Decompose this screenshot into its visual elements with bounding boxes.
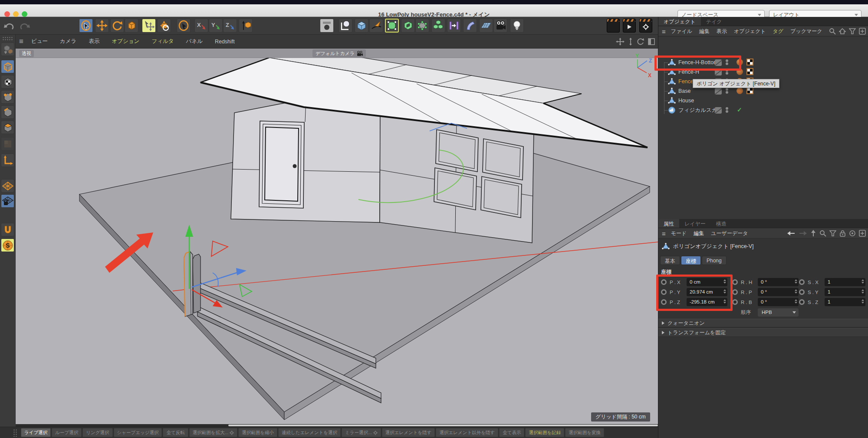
- active-move-tool[interactable]: [142, 19, 156, 33]
- uvw-tag-icon[interactable]: [746, 68, 753, 75]
- menu-view[interactable]: ビュー: [31, 38, 48, 45]
- target-icon[interactable]: [849, 230, 856, 237]
- material-tag-icon[interactable]: [736, 88, 743, 94]
- history-forward-icon[interactable]: [799, 230, 807, 237]
- bar-drag-handle[interactable]: [13, 429, 17, 437]
- axis-modification-tool[interactable]: [157, 19, 171, 33]
- rotate-view-icon[interactable]: [637, 38, 644, 46]
- visibility-dots[interactable]: [726, 87, 728, 95]
- coordinate-system-button[interactable]: [239, 19, 253, 33]
- btn-unhide-all[interactable]: 全て表示: [499, 428, 524, 437]
- polygon-mode-button[interactable]: [1, 121, 14, 134]
- btn-shrink-selection[interactable]: 選択範囲を縮小: [238, 428, 277, 437]
- tab-layers[interactable]: レイヤー: [679, 219, 711, 228]
- lock-icon[interactable]: [839, 230, 846, 237]
- pan-view-icon[interactable]: [616, 38, 625, 46]
- up-arrow-icon[interactable]: [810, 230, 816, 237]
- stepper[interactable]: [861, 299, 864, 304]
- btn-store-selection[interactable]: 選択範囲を記録: [525, 428, 564, 437]
- filter-icon[interactable]: [829, 230, 836, 237]
- tab-structure[interactable]: 構造: [711, 219, 732, 228]
- stepper[interactable]: [795, 289, 797, 294]
- edge-mode-button[interactable]: [1, 105, 14, 119]
- btn-mirror-selection[interactable]: ミラー選択...: [342, 428, 381, 437]
- camera-object-button[interactable]: [493, 19, 507, 33]
- symmetry-generator-button[interactable]: [447, 19, 461, 33]
- sy-input[interactable]: 1: [825, 288, 865, 296]
- workplane-button[interactable]: [1, 179, 14, 193]
- btn-invert-all[interactable]: 全て反転: [163, 428, 188, 437]
- lock-workplane-button[interactable]: [1, 194, 14, 208]
- add-panel-icon[interactable]: [859, 230, 866, 237]
- rotation-order-dropdown[interactable]: HPB: [758, 308, 799, 317]
- keyframe-radio[interactable]: [799, 279, 805, 285]
- menu-camera[interactable]: カメラ: [60, 38, 76, 45]
- lock-x-axis-button[interactable]: X: [194, 19, 208, 33]
- btn-loop-selection[interactable]: ループ選択: [52, 428, 82, 437]
- am-menu-userdata[interactable]: ユーザーデータ: [711, 230, 748, 237]
- btn-live-selection[interactable]: ライブ選択: [21, 428, 51, 437]
- section-tab-phong[interactable]: Phong: [702, 256, 727, 265]
- quaternion-section[interactable]: クォータニオン: [658, 319, 868, 327]
- undo-icon[interactable]: [3, 20, 16, 31]
- om-menu-file[interactable]: ファイル: [671, 28, 692, 35]
- search-icon[interactable]: [829, 28, 836, 35]
- viewport-3d[interactable]: Y Z X: [16, 49, 658, 424]
- rotate-tool[interactable]: [110, 19, 124, 33]
- enabled-check-icon[interactable]: ✓: [737, 106, 742, 113]
- menu-panel[interactable]: パネル: [186, 38, 203, 45]
- lock-z-axis-button[interactable]: Z: [223, 19, 237, 33]
- uvw-tag-icon[interactable]: [746, 87, 753, 94]
- menu-options[interactable]: オプション: [112, 38, 139, 45]
- texture-axis-mode-button[interactable]: [1, 137, 14, 150]
- stepper[interactable]: [861, 289, 864, 294]
- filter-icon[interactable]: [849, 28, 856, 35]
- live-selection-tool[interactable]: [79, 19, 93, 33]
- am-menu-mode[interactable]: モード: [671, 230, 687, 237]
- dolly-view-icon[interactable]: [628, 38, 634, 46]
- sx-input[interactable]: 1: [825, 278, 865, 286]
- object-manager-menu-icon[interactable]: ≡: [662, 28, 666, 35]
- subdivision-surface-button[interactable]: [385, 19, 399, 33]
- texture-mode-button[interactable]: [1, 75, 14, 88]
- toggle-panel-layout-icon[interactable]: [648, 38, 655, 46]
- lock-y-axis-button[interactable]: Y: [209, 19, 223, 33]
- keyframe-radio[interactable]: [732, 289, 738, 295]
- stepper[interactable]: [861, 279, 864, 284]
- add-panel-icon[interactable]: [859, 28, 866, 35]
- object-axis-mode-button[interactable]: [1, 154, 14, 167]
- keyframe-radio[interactable]: [799, 299, 805, 305]
- rh-input[interactable]: 0 °: [758, 278, 799, 286]
- redo-icon[interactable]: [18, 20, 30, 31]
- selection-ring-tool[interactable]: [177, 19, 191, 33]
- btn-sharp-edge-selection[interactable]: シャープエッジ選択: [114, 428, 162, 437]
- keyframe-radio[interactable]: [732, 299, 738, 305]
- uvw-tag-icon[interactable]: [746, 59, 753, 65]
- stepper[interactable]: [795, 299, 797, 304]
- tab-takes[interactable]: テイク: [701, 17, 727, 26]
- make-editable-button[interactable]: [1, 42, 14, 56]
- play-animation-button[interactable]: [623, 19, 636, 33]
- move-tool[interactable]: [95, 19, 109, 33]
- model-mode-button[interactable]: [1, 60, 14, 73]
- menu-redshift[interactable]: Redshift: [215, 39, 235, 45]
- stepper[interactable]: [795, 279, 797, 284]
- freeze-transform-section[interactable]: トランスフォームを固定: [658, 328, 868, 337]
- pen-tool-button[interactable]: [369, 19, 383, 33]
- lattice-deformer-button[interactable]: [415, 19, 429, 33]
- om-menu-bookmarks[interactable]: ブックマーク: [790, 28, 822, 35]
- tab-attributes[interactable]: 属性: [658, 219, 679, 228]
- rp-input[interactable]: 0 °: [758, 288, 799, 296]
- object-row-house[interactable]: House: [658, 96, 868, 105]
- spline-pen-primitive-button[interactable]: [339, 19, 352, 33]
- history-back-icon[interactable]: [787, 230, 796, 237]
- sidebar-drag-handle[interactable]: [2, 36, 13, 41]
- view-type-label[interactable]: 透視: [19, 50, 34, 57]
- btn-grow-selection[interactable]: 選択範囲を拡大...: [189, 428, 238, 437]
- rb-input[interactable]: 0 °: [758, 298, 799, 306]
- btn-select-connected[interactable]: 連続したエレメントを選択: [278, 428, 341, 437]
- keyframe-radio[interactable]: [799, 289, 805, 295]
- menu-filter[interactable]: フィルタ: [151, 38, 174, 45]
- render-view-button[interactable]: [320, 19, 334, 33]
- fence-post-selected[interactable]: [184, 252, 201, 317]
